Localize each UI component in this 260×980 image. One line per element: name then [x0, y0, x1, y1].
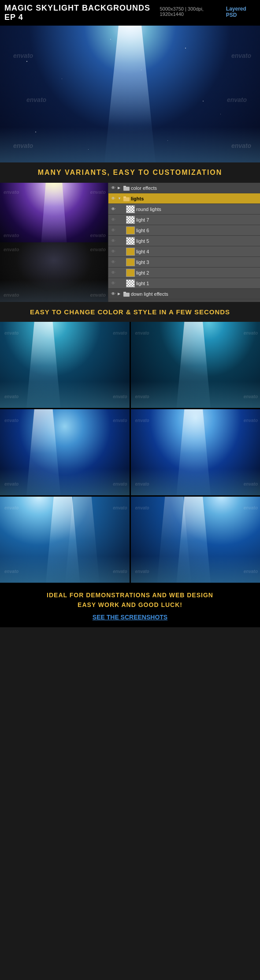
wm-c2-tl: envato: [135, 331, 149, 335]
mist-1: [0, 381, 130, 408]
grid-cell-2: envato envato envato envato: [131, 322, 260, 408]
layer-name: light 1: [136, 281, 258, 286]
layer-row[interactable]: 👁 light 6: [108, 225, 260, 236]
eye-icon: 👁: [110, 270, 116, 276]
eye-icon[interactable]: 👁: [110, 206, 116, 212]
layer-row[interactable]: 👁 ▶ down light effects: [108, 289, 260, 299]
layer-name: round lights: [136, 207, 258, 212]
wm-c3-br: envato: [113, 482, 127, 486]
layer-name: light 3: [136, 260, 258, 265]
eye-icon[interactable]: 👁: [110, 302, 116, 302]
layer-row[interactable]: 👁 light 1: [108, 278, 260, 289]
mist-6: [131, 556, 260, 583]
grid-cell-6: envato envato envato envato: [131, 497, 260, 583]
wm-vt2: envato: [90, 189, 106, 195]
footer: IDEAL FOR DEMONSTRATIONS AND WEB DESIGN …: [0, 583, 260, 627]
wm-c2-tr: envato: [244, 331, 258, 335]
section1-label: MANY VARIANTS, EASY TO CUSTOMIZATION: [0, 162, 260, 183]
wm-c4-br: envato: [244, 482, 258, 486]
hero-image: envato envato envato envato envato envat…: [0, 26, 260, 162]
wm-c4-tl: envato: [135, 418, 149, 423]
layer-name: light 4: [136, 249, 258, 254]
grid-cell-3: envato envato envato envato: [0, 409, 130, 495]
layer-thumbnail: [126, 269, 135, 277]
eye-icon[interactable]: 👁: [110, 291, 116, 297]
layer-name: lights: [131, 196, 258, 201]
grid-cell-1: envato envato envato envato: [0, 322, 130, 408]
variants-area: envato envato envato envato envato envat…: [0, 183, 260, 302]
layers-panel: 👁 ▶ color effects 👁 ▼ lights 👁 round lig…: [108, 183, 260, 302]
folder-icon: [123, 185, 130, 191]
wm-c1-br: envato: [113, 394, 127, 399]
arrow-icon[interactable]: ▶: [118, 292, 122, 296]
wm-c2-bl: envato: [135, 394, 149, 399]
arrow-icon[interactable]: ▼: [118, 196, 122, 201]
layer-row[interactable]: 👁 ▶ shadow: [108, 299, 260, 302]
footer-line2: EASY WORK AND GOOD LUCK!: [4, 601, 256, 608]
eye-icon[interactable]: 👁: [110, 196, 116, 202]
layer-name: light 5: [136, 238, 258, 244]
product-specs: 5000x3750 | 300dpi, 1920x1440: [160, 6, 222, 17]
section2-label: EASY TO CHANGE COLOR & STYLE IN A FEW SE…: [0, 302, 260, 322]
layer-thumbnail: [126, 237, 135, 245]
svg-rect-4: [123, 293, 130, 297]
layer-name: light 6: [136, 228, 258, 233]
wm-c6-bl: envato: [135, 569, 149, 574]
layer-name: shadow: [131, 302, 258, 302]
layer-row[interactable]: 👁 light 2: [108, 268, 260, 278]
eye-icon: 👁: [110, 227, 116, 234]
wm-c3-tl: envato: [4, 418, 19, 423]
svg-rect-5: [123, 292, 126, 293]
layer-thumbnail: [126, 258, 135, 266]
wm-vt1: envato: [4, 189, 19, 195]
layer-thumbnail: [126, 279, 135, 287]
grid-cell-4: envato envato envato envato: [131, 409, 260, 495]
wm-c3-tr: envato: [113, 418, 127, 423]
eye-icon: 👁: [110, 249, 116, 255]
watermark-6: envato: [231, 142, 251, 149]
product-type: Layered PSD: [226, 6, 256, 18]
variant-dark: envato envato envato envato: [0, 242, 108, 302]
arrow-icon[interactable]: ▶: [118, 186, 122, 190]
layer-row[interactable]: 👁 light 7: [108, 215, 260, 225]
eye-icon: 👁: [110, 217, 116, 223]
wm-c6-tl: envato: [135, 505, 149, 510]
mist-5: [0, 556, 130, 583]
grid-cell-5: envato envato envato envato: [0, 497, 130, 583]
watermark-4: envato: [227, 96, 247, 103]
layer-thumbnail: [126, 226, 135, 234]
layer-row[interactable]: 👁 light 3: [108, 257, 260, 268]
hero-mist: [0, 127, 260, 162]
wm-c1-bl: envato: [4, 394, 19, 399]
layer-name: light 7: [136, 217, 258, 222]
layer-row[interactable]: 👁 round lights: [108, 204, 260, 215]
svg-rect-2: [123, 197, 130, 201]
wm-c2-br: envato: [244, 394, 258, 399]
wm-c5-tr: envato: [113, 505, 127, 510]
wm-vb1: envato: [4, 247, 19, 252]
folder-icon: [123, 291, 130, 297]
wm-c3-bl: envato: [4, 482, 19, 486]
layer-row[interactable]: 👁 ▼ lights: [108, 193, 260, 204]
header: MAGIC SKYLIGHT BACKGROUNDS EP 4 5000x375…: [0, 0, 260, 26]
layer-row[interactable]: 👁 light 5: [108, 236, 260, 246]
wm-c1-tr: envato: [113, 331, 127, 335]
layer-name: down light effects: [131, 291, 258, 297]
layer-thumbnail: [126, 248, 135, 256]
layer-name: color effects: [131, 185, 258, 191]
layer-row[interactable]: 👁 light 4: [108, 246, 260, 257]
eye-icon: 👁: [110, 238, 116, 244]
layer-row[interactable]: 👁 ▶ color effects: [108, 183, 260, 193]
mist-2: [131, 381, 260, 408]
watermark-1: envato: [13, 52, 33, 59]
variant-images: envato envato envato envato envato envat…: [0, 183, 108, 302]
watermark-3: envato: [26, 96, 46, 103]
svg-rect-0: [123, 187, 130, 191]
layer-thumbnail: [126, 205, 135, 213]
see-screenshots-link[interactable]: SEE THE SCREENSHOTS: [4, 614, 256, 621]
wm-vt3: envato: [4, 233, 19, 238]
preview-grid: envato envato envato envato envato envat…: [0, 322, 260, 583]
folder-icon: [123, 302, 130, 302]
eye-icon[interactable]: 👁: [110, 185, 116, 191]
wm-c6-tr: envato: [244, 505, 258, 510]
